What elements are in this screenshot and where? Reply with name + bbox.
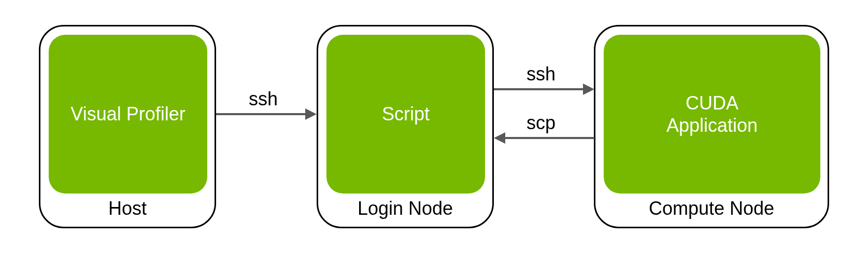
compute-inner-line1: CUDA [666, 92, 758, 114]
arrow-line-3 [505, 137, 594, 139]
host-inner-label: Visual Profiler [70, 103, 185, 125]
compute-inner-label: CUDA Application [656, 92, 768, 136]
login-outer-label: Login Node [318, 198, 492, 219]
compute-node: CUDA Application Compute Node [594, 25, 829, 228]
arrow-label-scp: scp [527, 112, 556, 134]
host-outer-label: Host [40, 198, 215, 219]
host-inner-box: Visual Profiler [49, 35, 207, 194]
compute-inner-line2: Application [666, 114, 758, 136]
arrow-line-1 [216, 113, 305, 115]
host-node: Visual Profiler Host [39, 25, 216, 228]
login-node: Script Login Node [317, 25, 494, 228]
arrow-label-ssh-1: ssh [249, 88, 278, 110]
arrow-head-3 [494, 132, 505, 144]
compute-inner-box: CUDA Application [604, 35, 820, 194]
login-inner-box: Script [326, 35, 485, 194]
arrow-head-1 [305, 108, 317, 120]
arrow-label-ssh-2: ssh [527, 63, 556, 85]
arrow-line-2 [494, 88, 583, 90]
login-inner-label: Script [382, 103, 430, 125]
compute-outer-label: Compute Node [595, 198, 828, 219]
arrow-head-2 [583, 84, 594, 95]
